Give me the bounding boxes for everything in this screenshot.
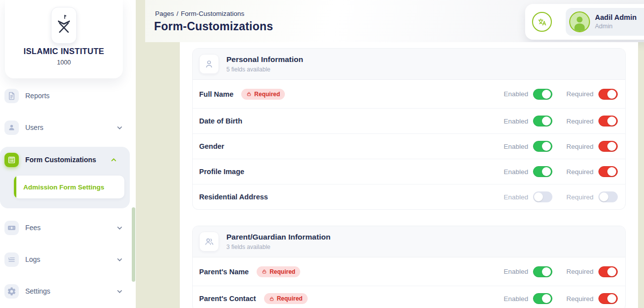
- sidebar-item-label: Logs: [25, 255, 40, 263]
- field-label: Date of Birth: [199, 117, 242, 125]
- field-label: Gender: [199, 142, 224, 150]
- enabled-toggle[interactable]: [533, 141, 552, 152]
- enabled-label: Enabled: [504, 143, 529, 150]
- content-region: Pages/Form-Customizations Form-Customiza…: [136, 0, 644, 308]
- enabled-toggle[interactable]: [533, 89, 552, 100]
- field-rows: Parent's Name Required Enabled Required: [193, 257, 625, 308]
- chevron-down-icon: [116, 124, 123, 131]
- field-row-date-of-birth: Date of Birth Enabled Required: [193, 108, 625, 133]
- required-toggle[interactable]: [598, 191, 618, 202]
- institute-name: ISLAMIC INSTITUTE: [5, 47, 123, 56]
- lock-icon: [262, 269, 267, 274]
- people-outline-icon: [199, 232, 219, 251]
- chevron-up-icon: [110, 157, 117, 163]
- fees-icon: [4, 221, 19, 235]
- main-panel: Personal Information 5 fields available …: [180, 42, 638, 308]
- breadcrumb-root[interactable]: Pages: [155, 10, 174, 17]
- field-label: Parent's Contact: [199, 295, 256, 303]
- required-badge: Required: [257, 266, 300, 277]
- required-label: Required: [566, 295, 593, 303]
- enabled-label: Enabled: [504, 168, 529, 176]
- institute-logo-tile: [51, 7, 77, 44]
- required-label: Required: [566, 90, 593, 98]
- required-toggle[interactable]: [598, 141, 618, 152]
- sidebar-item-settings[interactable]: Settings: [0, 275, 136, 307]
- sidebar-item-admission-form-settings[interactable]: Admission Form Settings: [14, 176, 124, 198]
- sidebar: ISLAMIC INSTITUTE 1000 Reports: [0, 0, 136, 308]
- required-toggle[interactable]: [598, 293, 618, 304]
- enabled-label: Enabled: [504, 295, 529, 303]
- lock-icon: [246, 91, 252, 97]
- active-accent-bar: [14, 176, 16, 198]
- enabled-toggle[interactable]: [533, 191, 552, 202]
- sidebar-item-label: Fees: [25, 224, 41, 232]
- gear-icon: [4, 284, 19, 299]
- sidebar-item-reports[interactable]: Reports: [0, 80, 136, 112]
- sidebar-group-form-customizations: Form Customizations Admission Form Setti…: [0, 147, 130, 208]
- section-title: Parent/Guardian Information: [226, 233, 330, 242]
- user-role: Admin: [595, 23, 637, 31]
- sidebar-item-users[interactable]: Users: [0, 112, 136, 143]
- field-rows: Full Name Required Enabled Required: [193, 80, 625, 209]
- users-icon: [4, 121, 19, 135]
- submenu-label: Admission Form Settings: [23, 184, 105, 191]
- enabled-toggle[interactable]: [533, 116, 552, 126]
- page-title: Form-Customizations: [154, 20, 273, 33]
- chevron-down-icon: [116, 225, 123, 231]
- institute-code: 1000: [5, 59, 123, 66]
- field-label: Profile Image: [199, 168, 244, 176]
- app-root: ISLAMIC INSTITUTE 1000 Reports: [0, 0, 644, 308]
- field-row-parents-contact: Parent's Contact Required Enabled Requir…: [193, 286, 625, 308]
- sidebar-item-label: Reports: [25, 92, 50, 100]
- section-subtitle: 3 fields available: [226, 244, 330, 250]
- required-toggle[interactable]: [598, 89, 618, 100]
- sidebar-scrollbar-thumb[interactable]: [132, 207, 135, 282]
- translate-icon[interactable]: [532, 12, 552, 32]
- logs-icon: [4, 252, 19, 267]
- form-icon: [4, 153, 19, 167]
- user-card: Aadil Admin Admin: [525, 4, 644, 40]
- enabled-label: Enabled: [504, 118, 529, 125]
- avatar: [569, 11, 590, 32]
- required-toggle[interactable]: [598, 266, 618, 277]
- reports-icon: [4, 89, 19, 103]
- field-label: Full Name: [199, 90, 233, 98]
- section-header: Parent/Guardian Information 3 fields ava…: [193, 226, 625, 257]
- required-toggle[interactable]: [598, 116, 618, 126]
- required-badge: Required: [264, 293, 308, 304]
- field-label: Parent's Name: [199, 268, 249, 276]
- sidebar-item-logs[interactable]: Logs: [0, 244, 136, 275]
- field-row-full-name: Full Name Required Enabled Required: [193, 80, 625, 108]
- sidebar-item-label: Settings: [25, 287, 51, 295]
- required-label: Required: [566, 168, 593, 176]
- sidebar-item-label: Users: [25, 123, 44, 131]
- required-badge: Required: [241, 89, 285, 100]
- page-header: Pages/Form-Customizations Form-Customiza…: [145, 0, 644, 42]
- breadcrumb-current: Form-Customizations: [181, 10, 244, 17]
- enabled-toggle[interactable]: [533, 266, 552, 277]
- section-header: Personal Information 5 fields available: [193, 49, 625, 80]
- required-label: Required: [566, 143, 593, 150]
- field-row-residential-address: Residential Address Enabled Required: [193, 184, 625, 209]
- required-label: Required: [566, 193, 593, 201]
- quran-rehal-icon: [54, 11, 73, 39]
- enabled-toggle[interactable]: [533, 166, 552, 177]
- section-parent-guardian-information: Parent/Guardian Information 3 fields ava…: [192, 226, 626, 308]
- sidebar-item-form-customizations[interactable]: Form Customizations: [0, 147, 130, 173]
- person-outline-icon: [199, 54, 219, 74]
- field-row-profile-image: Profile Image Enabled Required: [193, 159, 625, 184]
- sidebar-item-fees[interactable]: Fees: [0, 212, 136, 244]
- enabled-label: Enabled: [504, 193, 529, 201]
- required-label: Required: [566, 268, 593, 275]
- chevron-down-icon: [116, 288, 123, 295]
- field-row-parents-name: Parent's Name Required Enabled Required: [193, 257, 625, 286]
- user-menu[interactable]: Aadil Admin Admin: [566, 8, 644, 36]
- enabled-label: Enabled: [504, 90, 529, 98]
- user-name: Aadil Admin: [595, 13, 637, 22]
- required-label: Required: [566, 118, 593, 125]
- enabled-toggle[interactable]: [533, 293, 552, 304]
- sidebar-nav: Reports Users: [0, 80, 136, 307]
- section-title: Personal Information: [226, 55, 303, 64]
- required-toggle[interactable]: [598, 166, 618, 177]
- chevron-down-icon: [116, 256, 123, 263]
